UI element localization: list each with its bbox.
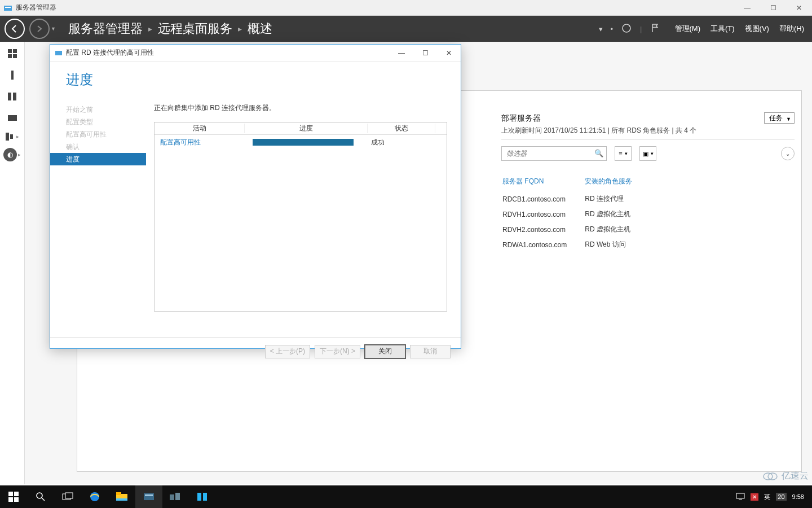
tray-ime-badge[interactable]: 20 <box>776 493 786 501</box>
layout-dropdown[interactable]: ≡ <box>615 146 632 161</box>
refresh-icon[interactable] <box>621 23 632 36</box>
filter-input[interactable] <box>501 146 607 161</box>
pipe-separator: • <box>611 25 614 33</box>
breadcrumb-sep-icon: ▸ <box>148 24 152 33</box>
left-toolstrip: ▸ ◐ ▸ <box>0 42 25 484</box>
svg-rect-6 <box>13 54 17 58</box>
dialog-maximize-button[interactable]: ☐ <box>413 45 437 62</box>
window-maximize-button[interactable]: ☐ <box>760 0 786 16</box>
search-button[interactable] <box>27 485 54 508</box>
svg-rect-10 <box>8 115 17 121</box>
svg-rect-13 <box>55 51 62 55</box>
all-servers-icon[interactable] <box>5 89 20 104</box>
header-dropdown-icon[interactable]: ▾ <box>599 25 603 33</box>
dialog-close-button[interactable]: ✕ <box>437 45 461 62</box>
progress-bar <box>253 139 354 146</box>
deployment-servers-section: 部署服务器 任务 上次刷新时间 2017/10/25 11:21:51 | 所有… <box>501 113 795 465</box>
menu-manage[interactable]: 管理(M) <box>675 24 701 34</box>
svg-rect-17 <box>14 492 19 496</box>
file-services-icon[interactable] <box>5 111 20 125</box>
servers-table: 服务器 FQDN 安装的角色服务 RDCB1.contoso.comRD 连接代… <box>501 173 650 253</box>
dialog-app-icon <box>55 49 63 57</box>
save-dropdown[interactable]: ▣ <box>639 146 656 161</box>
dialog-title: 配置 RD 连接代理的高可用性 <box>66 48 154 58</box>
tray-network-icon[interactable] <box>736 492 745 501</box>
breadcrumb-page[interactable]: 概述 <box>248 20 272 37</box>
flag-icon[interactable] <box>650 23 660 35</box>
nav-back-button[interactable] <box>5 19 25 39</box>
services-expand-icon[interactable]: ▸ <box>5 132 19 141</box>
grid-row: 配置高可用性 成功 <box>155 135 447 150</box>
svg-rect-8 <box>8 93 11 100</box>
cluster-manager-icon[interactable] <box>162 485 189 508</box>
svg-rect-9 <box>13 93 16 100</box>
svg-rect-16 <box>8 492 13 496</box>
table-row[interactable]: RDCB1.contoso.comRD 连接代理 <box>502 192 649 206</box>
watermark-text: 亿速云 <box>782 470 809 482</box>
step-confirm: 确认 <box>50 141 146 153</box>
prev-button: < 上一步(P) <box>265 345 310 358</box>
svg-rect-4 <box>13 49 17 53</box>
nav-history-dropdown[interactable]: ▼ <box>51 26 56 32</box>
grid-col-status: 状态 <box>368 124 435 133</box>
step-progress[interactable]: 进度 <box>50 153 146 165</box>
breadcrumb: 服务器管理器 ▸ 远程桌面服务 ▸ 概述 <box>68 20 272 37</box>
server-manager-taskbar-icon[interactable] <box>135 485 162 508</box>
window-minimize-button[interactable]: — <box>734 0 760 16</box>
table-row[interactable]: RDVH1.contoso.comRD 虚拟化主机 <box>502 207 649 221</box>
activity-cell: 配置高可用性 <box>155 138 245 147</box>
menu-view[interactable]: 视图(V) <box>745 24 769 34</box>
taskview-button[interactable] <box>54 485 81 508</box>
dashboard-icon[interactable] <box>5 46 20 61</box>
nav-forward-button[interactable] <box>29 19 50 39</box>
breadcrumb-section[interactable]: 远程桌面服务 <box>158 20 232 37</box>
tasks-dropdown[interactable]: 任务 <box>764 112 795 124</box>
explorer-icon[interactable] <box>108 485 135 508</box>
step-before: 开始之前 <box>50 103 146 116</box>
dialog-footer: < 上一步(P) 下一步(N) > 关闭 取消 <box>50 337 461 365</box>
svg-point-20 <box>37 493 42 498</box>
tray-ime-lang[interactable]: 英 <box>764 493 770 501</box>
breadcrumb-sep-icon: ▸ <box>238 24 242 33</box>
svg-rect-23 <box>65 493 73 498</box>
cancel-button: 取消 <box>410 345 451 358</box>
svg-rect-29 <box>145 494 153 496</box>
wizard-dialog: 配置 RD 连接代理的高可用性 — ☐ ✕ 进度 开始之前 配置类型 配置高可用… <box>50 44 461 349</box>
svg-rect-34 <box>736 493 744 498</box>
ie-icon[interactable] <box>81 485 108 508</box>
svg-rect-7 <box>11 71 14 80</box>
column-fqdn[interactable]: 服务器 FQDN <box>502 174 584 191</box>
menu-tools[interactable]: 工具(T) <box>710 24 735 34</box>
expand-button[interactable]: ⌄ <box>781 147 795 160</box>
system-tray: ✕ 英 20 9:58 <box>736 492 812 501</box>
status-cell: 成功 <box>368 138 435 147</box>
progress-grid: 活动 进度 状态 配置高可用性 成功 <box>154 122 447 312</box>
svg-rect-1 <box>5 7 11 8</box>
svg-rect-5 <box>8 54 12 58</box>
svg-rect-27 <box>116 498 127 501</box>
table-row[interactable]: RDVH2.contoso.comRD 虚拟化主机 <box>502 222 649 237</box>
app-title: 服务器管理器 <box>16 3 56 12</box>
svg-point-24 <box>90 492 99 501</box>
svg-rect-0 <box>4 6 12 11</box>
dialog-minimize-button[interactable]: — <box>390 45 413 62</box>
svg-rect-3 <box>8 49 12 53</box>
start-button[interactable] <box>0 485 27 508</box>
breadcrumb-root[interactable]: 服务器管理器 <box>68 20 143 37</box>
tray-ime-icon[interactable]: ✕ <box>751 493 758 500</box>
window-titlebar: 服务器管理器 — ☐ ✕ <box>0 0 812 16</box>
close-button[interactable]: 关闭 <box>365 345 405 358</box>
grid-col-progress: 进度 <box>245 124 368 133</box>
column-role[interactable]: 安装的角色服务 <box>585 174 649 191</box>
menu-help[interactable]: 帮助(H) <box>779 24 804 34</box>
watermark: 亿速云 <box>762 470 809 482</box>
svg-rect-33 <box>203 493 207 501</box>
search-icon[interactable]: 🔍 <box>594 149 603 157</box>
window-close-button[interactable]: ✕ <box>786 0 812 16</box>
local-server-icon[interactable] <box>5 68 20 82</box>
table-row[interactable]: RDWA1.contoso.comRD Web 访问 <box>502 238 649 252</box>
svg-rect-12 <box>10 134 13 139</box>
rds-icon[interactable]: ◐ ▸ <box>3 148 21 161</box>
tray-clock[interactable]: 9:58 <box>792 493 804 500</box>
hyperv-manager-icon[interactable] <box>189 485 217 508</box>
